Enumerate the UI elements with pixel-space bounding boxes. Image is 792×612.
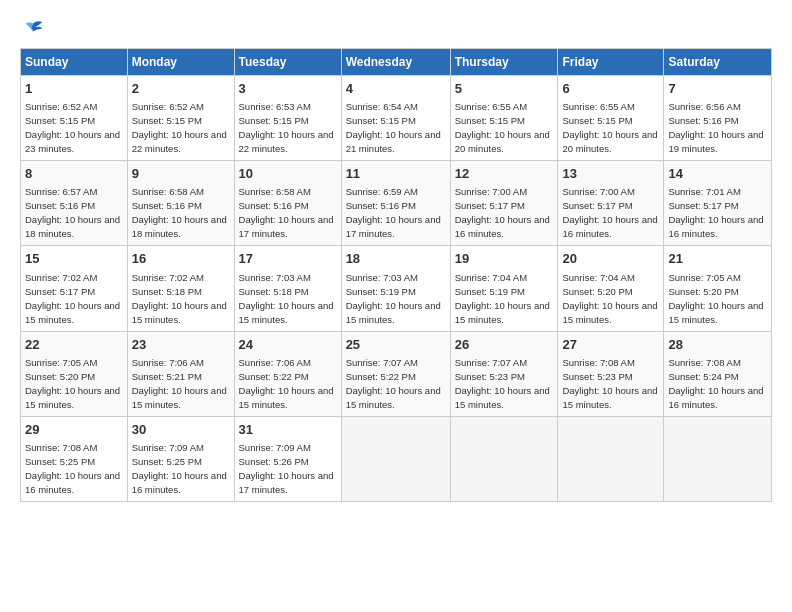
calendar-cell: 12 Sunrise: 7:00 AMSunset: 5:17 PMDaylig… xyxy=(450,161,558,246)
day-number: 7 xyxy=(668,80,767,98)
day-info: Sunrise: 7:09 AMSunset: 5:25 PMDaylight:… xyxy=(132,442,227,495)
calendar-week-row: 1 Sunrise: 6:52 AMSunset: 5:15 PMDayligh… xyxy=(21,76,772,161)
day-number: 1 xyxy=(25,80,123,98)
day-info: Sunrise: 7:07 AMSunset: 5:22 PMDaylight:… xyxy=(346,357,441,410)
day-info: Sunrise: 7:09 AMSunset: 5:26 PMDaylight:… xyxy=(239,442,334,495)
calendar-cell: 21 Sunrise: 7:05 AMSunset: 5:20 PMDaylig… xyxy=(664,246,772,331)
day-info: Sunrise: 7:05 AMSunset: 5:20 PMDaylight:… xyxy=(668,272,763,325)
day-number: 17 xyxy=(239,250,337,268)
calendar-cell: 1 Sunrise: 6:52 AMSunset: 5:15 PMDayligh… xyxy=(21,76,128,161)
day-number: 27 xyxy=(562,336,659,354)
weekday-header: Thursday xyxy=(450,49,558,76)
calendar-cell: 17 Sunrise: 7:03 AMSunset: 5:18 PMDaylig… xyxy=(234,246,341,331)
day-number: 10 xyxy=(239,165,337,183)
day-info: Sunrise: 6:54 AMSunset: 5:15 PMDaylight:… xyxy=(346,101,441,154)
logo xyxy=(20,18,44,40)
calendar-cell: 5 Sunrise: 6:55 AMSunset: 5:15 PMDayligh… xyxy=(450,76,558,161)
day-number: 20 xyxy=(562,250,659,268)
day-info: Sunrise: 7:01 AMSunset: 5:17 PMDaylight:… xyxy=(668,186,763,239)
day-number: 18 xyxy=(346,250,446,268)
day-number: 5 xyxy=(455,80,554,98)
calendar-cell: 30 Sunrise: 7:09 AMSunset: 5:25 PMDaylig… xyxy=(127,416,234,501)
day-info: Sunrise: 7:08 AMSunset: 5:25 PMDaylight:… xyxy=(25,442,120,495)
day-info: Sunrise: 6:59 AMSunset: 5:16 PMDaylight:… xyxy=(346,186,441,239)
calendar-cell: 31 Sunrise: 7:09 AMSunset: 5:26 PMDaylig… xyxy=(234,416,341,501)
weekday-header: Sunday xyxy=(21,49,128,76)
calendar-cell: 8 Sunrise: 6:57 AMSunset: 5:16 PMDayligh… xyxy=(21,161,128,246)
day-info: Sunrise: 7:08 AMSunset: 5:23 PMDaylight:… xyxy=(562,357,657,410)
day-info: Sunrise: 7:03 AMSunset: 5:18 PMDaylight:… xyxy=(239,272,334,325)
day-number: 22 xyxy=(25,336,123,354)
day-info: Sunrise: 7:00 AMSunset: 5:17 PMDaylight:… xyxy=(562,186,657,239)
day-number: 28 xyxy=(668,336,767,354)
day-number: 21 xyxy=(668,250,767,268)
calendar-week-row: 8 Sunrise: 6:57 AMSunset: 5:16 PMDayligh… xyxy=(21,161,772,246)
calendar-cell: 3 Sunrise: 6:53 AMSunset: 5:15 PMDayligh… xyxy=(234,76,341,161)
day-number: 15 xyxy=(25,250,123,268)
calendar-cell: 6 Sunrise: 6:55 AMSunset: 5:15 PMDayligh… xyxy=(558,76,664,161)
weekday-header: Saturday xyxy=(664,49,772,76)
calendar-cell: 24 Sunrise: 7:06 AMSunset: 5:22 PMDaylig… xyxy=(234,331,341,416)
calendar-cell: 28 Sunrise: 7:08 AMSunset: 5:24 PMDaylig… xyxy=(664,331,772,416)
calendar-cell: 27 Sunrise: 7:08 AMSunset: 5:23 PMDaylig… xyxy=(558,331,664,416)
day-info: Sunrise: 7:05 AMSunset: 5:20 PMDaylight:… xyxy=(25,357,120,410)
weekday-header: Monday xyxy=(127,49,234,76)
calendar-cell xyxy=(341,416,450,501)
weekday-header: Tuesday xyxy=(234,49,341,76)
day-number: 23 xyxy=(132,336,230,354)
day-number: 31 xyxy=(239,421,337,439)
calendar-cell xyxy=(664,416,772,501)
calendar-cell: 11 Sunrise: 6:59 AMSunset: 5:16 PMDaylig… xyxy=(341,161,450,246)
day-info: Sunrise: 6:55 AMSunset: 5:15 PMDaylight:… xyxy=(562,101,657,154)
calendar-header-row: SundayMondayTuesdayWednesdayThursdayFrid… xyxy=(21,49,772,76)
day-info: Sunrise: 6:53 AMSunset: 5:15 PMDaylight:… xyxy=(239,101,334,154)
header-area xyxy=(20,18,772,40)
day-info: Sunrise: 6:52 AMSunset: 5:15 PMDaylight:… xyxy=(25,101,120,154)
logo-bird-icon xyxy=(22,18,44,40)
day-info: Sunrise: 7:02 AMSunset: 5:17 PMDaylight:… xyxy=(25,272,120,325)
weekday-header: Wednesday xyxy=(341,49,450,76)
calendar-week-row: 15 Sunrise: 7:02 AMSunset: 5:17 PMDaylig… xyxy=(21,246,772,331)
calendar-cell: 2 Sunrise: 6:52 AMSunset: 5:15 PMDayligh… xyxy=(127,76,234,161)
calendar-cell: 26 Sunrise: 7:07 AMSunset: 5:23 PMDaylig… xyxy=(450,331,558,416)
calendar-cell: 29 Sunrise: 7:08 AMSunset: 5:25 PMDaylig… xyxy=(21,416,128,501)
calendar-week-row: 29 Sunrise: 7:08 AMSunset: 5:25 PMDaylig… xyxy=(21,416,772,501)
calendar-cell xyxy=(450,416,558,501)
calendar-week-row: 22 Sunrise: 7:05 AMSunset: 5:20 PMDaylig… xyxy=(21,331,772,416)
day-number: 29 xyxy=(25,421,123,439)
calendar-cell: 14 Sunrise: 7:01 AMSunset: 5:17 PMDaylig… xyxy=(664,161,772,246)
calendar-cell: 18 Sunrise: 7:03 AMSunset: 5:19 PMDaylig… xyxy=(341,246,450,331)
weekday-header: Friday xyxy=(558,49,664,76)
day-number: 4 xyxy=(346,80,446,98)
day-number: 6 xyxy=(562,80,659,98)
calendar-cell: 25 Sunrise: 7:07 AMSunset: 5:22 PMDaylig… xyxy=(341,331,450,416)
calendar-cell xyxy=(558,416,664,501)
day-number: 25 xyxy=(346,336,446,354)
day-number: 2 xyxy=(132,80,230,98)
calendar-cell: 15 Sunrise: 7:02 AMSunset: 5:17 PMDaylig… xyxy=(21,246,128,331)
day-info: Sunrise: 7:00 AMSunset: 5:17 PMDaylight:… xyxy=(455,186,550,239)
day-number: 8 xyxy=(25,165,123,183)
day-info: Sunrise: 7:06 AMSunset: 5:21 PMDaylight:… xyxy=(132,357,227,410)
day-number: 24 xyxy=(239,336,337,354)
calendar-cell: 10 Sunrise: 6:58 AMSunset: 5:16 PMDaylig… xyxy=(234,161,341,246)
day-number: 30 xyxy=(132,421,230,439)
day-number: 26 xyxy=(455,336,554,354)
day-number: 11 xyxy=(346,165,446,183)
calendar-cell: 22 Sunrise: 7:05 AMSunset: 5:20 PMDaylig… xyxy=(21,331,128,416)
day-info: Sunrise: 6:58 AMSunset: 5:16 PMDaylight:… xyxy=(132,186,227,239)
day-info: Sunrise: 7:04 AMSunset: 5:20 PMDaylight:… xyxy=(562,272,657,325)
day-info: Sunrise: 6:52 AMSunset: 5:15 PMDaylight:… xyxy=(132,101,227,154)
calendar-cell: 7 Sunrise: 6:56 AMSunset: 5:16 PMDayligh… xyxy=(664,76,772,161)
day-info: Sunrise: 7:02 AMSunset: 5:18 PMDaylight:… xyxy=(132,272,227,325)
page: SundayMondayTuesdayWednesdayThursdayFrid… xyxy=(0,0,792,512)
calendar-cell: 13 Sunrise: 7:00 AMSunset: 5:17 PMDaylig… xyxy=(558,161,664,246)
day-info: Sunrise: 7:06 AMSunset: 5:22 PMDaylight:… xyxy=(239,357,334,410)
day-number: 9 xyxy=(132,165,230,183)
day-info: Sunrise: 6:56 AMSunset: 5:16 PMDaylight:… xyxy=(668,101,763,154)
calendar-cell: 19 Sunrise: 7:04 AMSunset: 5:19 PMDaylig… xyxy=(450,246,558,331)
calendar-table: SundayMondayTuesdayWednesdayThursdayFrid… xyxy=(20,48,772,502)
calendar-cell: 16 Sunrise: 7:02 AMSunset: 5:18 PMDaylig… xyxy=(127,246,234,331)
day-info: Sunrise: 6:55 AMSunset: 5:15 PMDaylight:… xyxy=(455,101,550,154)
day-info: Sunrise: 6:57 AMSunset: 5:16 PMDaylight:… xyxy=(25,186,120,239)
